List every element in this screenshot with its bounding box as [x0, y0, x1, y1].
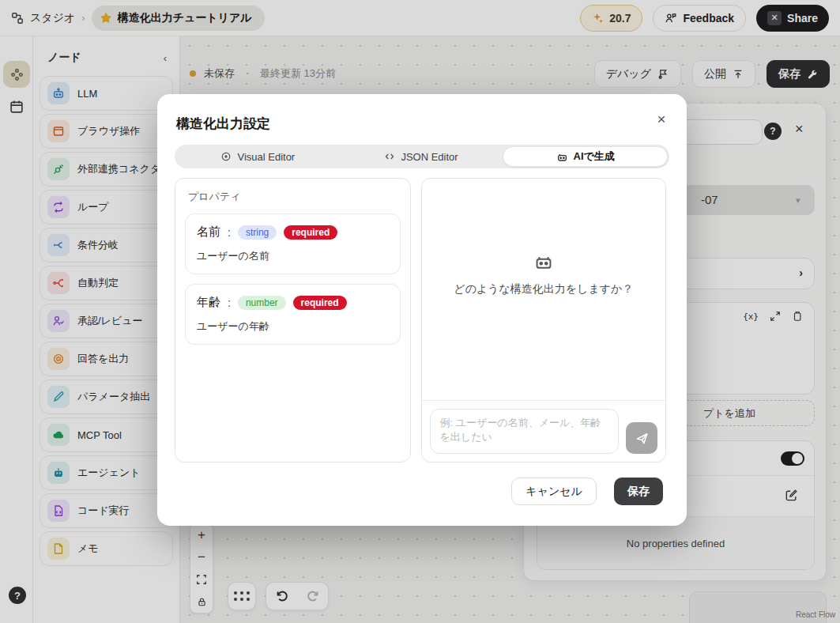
modal-close-icon[interactable]: ×	[652, 110, 671, 129]
required-badge: required	[293, 296, 347, 310]
colon: :	[228, 226, 231, 239]
send-button[interactable]	[626, 422, 657, 454]
structured-output-modal: 構造化出力設定 × Visual Editor JSON Editor AIで生…	[157, 94, 687, 526]
colon: :	[228, 296, 231, 309]
tab-ai-generate[interactable]: AIで生成	[503, 146, 668, 167]
robot-icon	[533, 251, 554, 272]
save-button[interactable]: 保存	[614, 478, 663, 505]
type-badge: number	[238, 296, 286, 310]
tab-json-editor[interactable]: JSON Editor	[340, 146, 503, 167]
cancel-button[interactable]: キャンセル	[511, 478, 597, 505]
ai-prompt-row	[422, 400, 665, 462]
property-card-name[interactable]: 名前 : string required ユーザーの名前	[185, 213, 401, 274]
properties-panel: プロパティ 名前 : string required ユーザーの名前 年齢 : …	[175, 178, 411, 463]
required-badge: required	[284, 225, 337, 240]
editor-tabs: Visual Editor JSON Editor AIで生成	[175, 145, 669, 168]
code-icon	[384, 151, 395, 162]
app-window: スタジオ › 構造化出力チュートリアル 20.7	[0, 0, 840, 623]
tab-visual-editor[interactable]: Visual Editor	[176, 146, 340, 167]
properties-label: プロパティ	[188, 190, 401, 204]
modal-footer: キャンセル 保存	[511, 478, 663, 505]
property-card-age[interactable]: 年齢 : number required ユーザーの年齢	[185, 284, 401, 345]
tab-label: AIで生成	[574, 149, 615, 164]
ai-generate-panel: どのような構造化出力をしますか？	[421, 178, 666, 463]
tab-label: JSON Editor	[401, 151, 458, 163]
eye-icon	[220, 151, 232, 162]
type-badge: string	[238, 225, 277, 240]
property-description: ユーザーの年齢	[197, 319, 389, 334]
ai-prompt-input[interactable]	[430, 409, 619, 454]
robot-icon	[556, 151, 568, 163]
modal-title: 構造化出力設定	[176, 115, 270, 133]
property-name: 年齢	[197, 295, 220, 310]
tab-label: Visual Editor	[237, 151, 295, 163]
modal-body: プロパティ 名前 : string required ユーザーの名前 年齢 : …	[175, 178, 666, 463]
ai-empty-state: どのような構造化出力をしますか？	[422, 179, 665, 400]
ai-empty-text: どのような構造化出力をしますか？	[454, 282, 633, 296]
property-name: 名前	[197, 225, 220, 240]
property-description: ユーザーの名前	[197, 249, 389, 263]
